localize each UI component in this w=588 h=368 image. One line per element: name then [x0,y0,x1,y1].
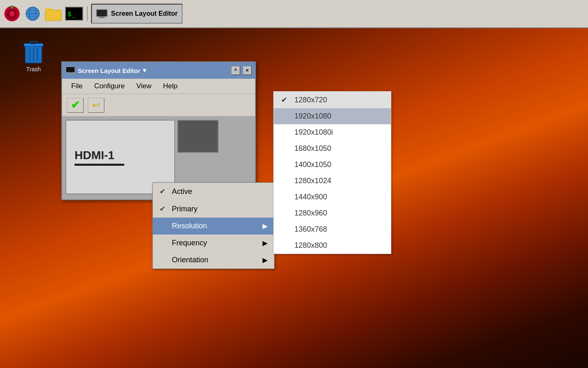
taskbar: $_ Screen Layout Editor [0,0,588,28]
context-menu: ✔ Active ✔ Primary Resolution ▶ Frequenc… [152,182,275,269]
ctx-orientation-label: Orientation [172,256,208,264]
res-label-1440x900: 1440x900 [294,193,327,201]
monitor-label: HDMI-1 [66,149,174,166]
svg-point-7 [12,16,15,19]
sle-titlebar: Screen Layout Editor ▾ ^ × [62,62,255,79]
ctx-frequency-label: Frequency [172,239,207,247]
rpi-button[interactable] [2,4,22,23]
res-label-1920x1080: 1920x1080 [294,112,331,121]
ctx-item-resolution[interactable]: Resolution ▶ [153,218,274,235]
res-item-1680x1050[interactable]: 1680x1050 [274,140,391,157]
sle-titlebar-btns: ^ × [231,66,252,75]
res-label-1280x1024: 1280x1024 [294,177,331,185]
res-label-1280x960: 1280x960 [294,209,327,218]
res-item-1920x1080[interactable]: 1920x1080 [274,108,391,124]
res-item-1400x1050[interactable]: 1400x1050 [274,157,391,173]
resolution-submenu: ✔ 1280x720 1920x1080 1920x1080i 1680x105… [273,91,391,254]
svg-rect-21 [97,10,107,16]
browser-button[interactable] [23,4,42,23]
frequency-arrow-icon: ▶ [263,239,267,247]
primary-checkmark-icon: ✔ [159,204,168,213]
filemanager-button[interactable] [44,4,63,23]
svg-rect-31 [66,67,75,72]
globe-icon [25,6,41,22]
res-item-1280x960[interactable]: 1280x960 [274,205,391,221]
res-checkmark-1280x720: ✔ [281,95,289,104]
svg-point-4 [7,13,10,17]
apply-button[interactable]: ✔ [67,98,84,113]
menu-configure[interactable]: Configure [88,80,130,92]
res-label-1920x1080i: 1920x1080i [294,128,333,137]
sle-title-arrow[interactable]: ▾ [143,67,146,74]
checkmark-green-icon: ✔ [71,99,80,111]
desktop: $_ Screen Layout Editor [0,0,588,368]
undo-icon: ↩ [92,100,100,111]
monitor-taskbar-icon [96,9,108,18]
res-label-1280x720: 1280x720 [294,96,327,104]
sle-window: Screen Layout Editor ▾ ^ × File Configur… [61,61,256,200]
trash-icon[interactable]: Trash [22,39,45,73]
sle-toolbar: ✔ ↩ [62,94,255,116]
ctx-resolution-label: Resolution [172,222,207,230]
separator [87,6,88,21]
resolution-arrow-icon: ▶ [263,222,267,230]
sle-title-left: Screen Layout Editor ▾ [65,66,146,75]
ctx-primary-label: Primary [172,205,198,213]
svg-rect-33 [67,73,73,74]
res-item-1440x900[interactable]: 1440x900 [274,189,391,205]
ctx-item-orientation[interactable]: Orientation ▶ [153,252,274,269]
svg-rect-29 [30,41,37,44]
ctx-item-active[interactable]: ✔ Active [153,183,274,200]
svg-rect-18 [45,10,62,21]
res-label-1360x768: 1360x768 [294,225,327,234]
terminal-button[interactable]: $_ [65,4,84,23]
res-item-1280x720[interactable]: ✔ 1280x720 [274,92,391,108]
sle-window-icon [65,66,75,75]
monitor-underline [75,164,124,166]
res-item-1920x1080i[interactable]: 1920x1080i [274,124,391,140]
res-label-1680x1050: 1680x1050 [294,144,331,153]
raspberry-icon [3,5,21,22]
res-label-1280x800: 1280x800 [294,241,327,250]
orientation-arrow-icon: ▶ [263,256,267,264]
monitor-secondary[interactable] [177,120,219,153]
svg-point-6 [9,16,12,19]
taskbar-app-label: Screen Layout Editor [111,10,178,17]
res-item-1280x800[interactable]: 1280x800 [274,237,391,254]
sle-taskbar-app[interactable]: Screen Layout Editor [91,4,183,24]
menu-view[interactable]: View [130,80,157,92]
close-button[interactable]: × [243,66,252,75]
svg-rect-32 [69,73,72,73]
sle-menubar: File Configure View Help [62,79,255,94]
ctx-item-frequency[interactable]: Frequency ▶ [153,235,274,252]
res-item-1360x768[interactable]: 1360x768 [274,221,391,237]
res-item-1280x1024[interactable]: 1280x1024 [274,173,391,189]
folder-icon [44,6,63,22]
svg-point-5 [14,13,17,17]
ctx-item-primary[interactable]: ✔ Primary [153,200,274,218]
trash-bin-icon [22,39,45,64]
res-label-1400x1050: 1400x1050 [294,160,331,169]
undo-button[interactable]: ↩ [88,98,104,113]
active-checkmark-icon: ✔ [159,187,168,196]
ctx-active-label: Active [172,187,192,196]
minimize-button[interactable]: ^ [231,66,240,75]
menu-file[interactable]: File [65,80,88,92]
sle-title-text: Screen Layout Editor [78,67,140,74]
menu-help[interactable]: Help [157,80,183,92]
trash-label: Trash [26,66,41,73]
terminal-icon: $_ [65,7,83,21]
svg-point-8 [10,11,14,16]
svg-rect-23 [99,17,105,18]
